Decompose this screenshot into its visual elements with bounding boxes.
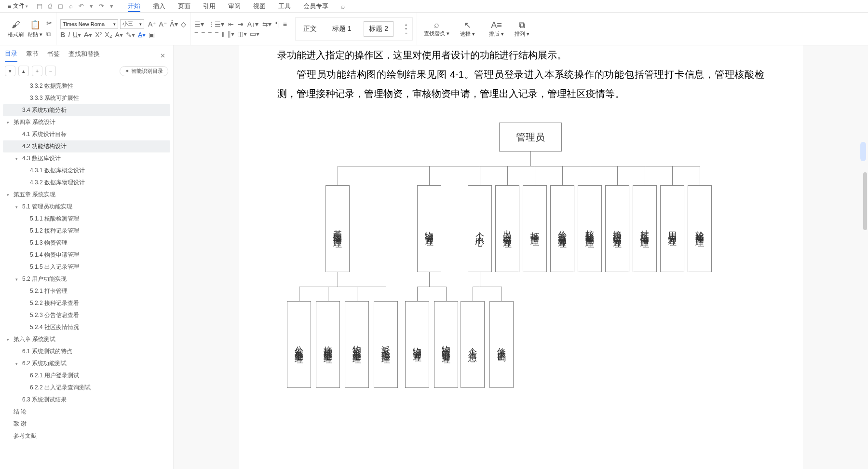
toc-item[interactable]: 5.1.3 物资管理 bbox=[3, 237, 170, 249]
align-center-icon[interactable]: ≡ bbox=[201, 30, 205, 38]
style-h1[interactable]: 标题 1 bbox=[329, 24, 354, 34]
toc-item[interactable]: ▾6.2 系统功能测试 bbox=[3, 358, 170, 370]
underline-icon[interactable]: U▾ bbox=[73, 31, 81, 39]
superscript-icon[interactable]: X² bbox=[95, 31, 102, 39]
toc-item[interactable]: 5.1.1 核酸检测管理 bbox=[3, 213, 170, 225]
distribute-icon[interactable]: ⫿ bbox=[221, 30, 225, 38]
caret-icon[interactable]: ▾ bbox=[110, 2, 113, 10]
highlight-icon[interactable]: ✎▾ bbox=[126, 31, 135, 39]
toc-item[interactable]: ▾5.1 管理员功能实现 bbox=[3, 201, 170, 213]
toc-item[interactable]: 参考文献 bbox=[3, 430, 170, 442]
indent-icon[interactable]: ⇥ bbox=[238, 20, 244, 28]
scrollbar-thumb[interactable] bbox=[863, 172, 867, 230]
toc-item[interactable]: 5.2.2 接种记录查看 bbox=[3, 297, 170, 309]
tab-member[interactable]: 会员专享 bbox=[303, 1, 328, 12]
toc-item[interactable]: 3.3.2 数据完整性 bbox=[3, 80, 170, 92]
tab-page[interactable]: 页面 bbox=[178, 1, 190, 12]
format-painter-button[interactable]: 🖌格式刷 bbox=[8, 20, 24, 38]
align-right-icon[interactable]: ≡ bbox=[208, 30, 212, 38]
numbering-icon[interactable]: ⋮☰▾ bbox=[208, 20, 224, 28]
toc-list[interactable]: 3.3.2 数据完整性3.3.3 系统可扩展性3.4 系统功能分析▾第四章 系统… bbox=[0, 80, 173, 469]
undo-icon[interactable]: ↶ bbox=[79, 2, 84, 10]
toc-item[interactable]: 致 谢 bbox=[3, 418, 170, 430]
caret-icon[interactable]: ▾ bbox=[90, 2, 93, 10]
find-replace-button[interactable]: ⌕查找替换 ▾ bbox=[421, 20, 452, 38]
toc-item[interactable]: 4.3.1 数据库概念设计 bbox=[3, 165, 170, 177]
shrink-font-icon[interactable]: A⁻ bbox=[159, 20, 166, 28]
outdent-icon[interactable]: ⇤ bbox=[228, 20, 234, 28]
layout-button[interactable]: A≡排版 ▾ bbox=[486, 20, 507, 38]
toc-item[interactable]: 6.2.1 用户登录测试 bbox=[3, 370, 170, 382]
select-button[interactable]: ↖选择 ▾ bbox=[457, 20, 478, 38]
align-left-icon[interactable]: ≡ bbox=[194, 30, 198, 38]
style-gallery-more[interactable]: ▴▾≡ bbox=[405, 22, 407, 35]
preview-icon[interactable]: ◻ bbox=[58, 2, 63, 10]
italic-icon[interactable]: I bbox=[68, 31, 70, 39]
document-area[interactable]: 录功能进入指定的操作区，这里对使用者设计的功能进行结构展示。 管理员功能结构图的… bbox=[174, 45, 868, 469]
toc-item[interactable]: ▾5.2 用户功能实现 bbox=[3, 273, 170, 285]
toc-item[interactable]: 5.1.2 接种记录管理 bbox=[3, 225, 170, 237]
style-body[interactable]: 正文 bbox=[300, 24, 320, 34]
sidebar-tab-find[interactable]: 查找和替换 bbox=[68, 50, 100, 61]
style-h2[interactable]: 标题 2 bbox=[364, 21, 393, 37]
text-effect-icon[interactable]: A▾ bbox=[115, 31, 123, 39]
sidebar-tab-toc[interactable]: 目录 bbox=[5, 49, 17, 62]
file-menu[interactable]: ≡ 文件 ▾ bbox=[5, 1, 31, 11]
toc-item[interactable]: 5.1.4 物资申请管理 bbox=[3, 249, 170, 261]
tab-reference[interactable]: 引用 bbox=[203, 1, 216, 12]
tabs-icon[interactable]: ⇆▾ bbox=[262, 20, 271, 28]
toc-item[interactable]: ▾第五章 系统实现 bbox=[3, 189, 170, 201]
sort-icon[interactable]: A↓▾ bbox=[247, 20, 258, 28]
save-icon[interactable]: ▤ bbox=[37, 2, 42, 10]
strike-icon[interactable]: A̶▾ bbox=[84, 31, 92, 39]
fill-icon[interactable]: ◫▾ bbox=[237, 30, 247, 38]
vertical-scrollbar[interactable] bbox=[862, 45, 867, 469]
copy-icon[interactable]: ⧉ bbox=[46, 30, 52, 38]
toc-item[interactable]: 3.3.3 系统可扩展性 bbox=[3, 92, 170, 104]
toc-item[interactable]: ▾4.3 数据库设计 bbox=[3, 152, 170, 165]
toc-item[interactable]: 5.2.4 社区疫情情况 bbox=[3, 321, 170, 333]
smart-toc-button[interactable]: ✦智能识别目录 bbox=[120, 66, 168, 76]
tab-view[interactable]: 视图 bbox=[253, 1, 266, 12]
tab-start[interactable]: 开始 bbox=[128, 0, 140, 12]
remove-icon[interactable]: − bbox=[45, 66, 56, 76]
tab-tools[interactable]: 工具 bbox=[278, 1, 291, 12]
align-justify-icon[interactable]: ≡ bbox=[215, 30, 218, 38]
side-handle[interactable] bbox=[860, 142, 866, 161]
toc-item[interactable]: 6.1 系统测试的特点 bbox=[3, 345, 170, 358]
font-size-select[interactable]: 小三▾ bbox=[120, 19, 144, 29]
show-marks-icon[interactable]: ¶ bbox=[275, 20, 279, 28]
print-icon[interactable]: ⎙ bbox=[48, 2, 52, 10]
toc-item[interactable]: 5.1.5 出入记录管理 bbox=[3, 261, 170, 273]
change-case-icon[interactable]: Ǎ▾ bbox=[170, 20, 178, 28]
font-color-icon[interactable]: A▾ bbox=[138, 31, 146, 39]
subscript-icon[interactable]: X₂ bbox=[105, 31, 112, 39]
paste-button[interactable]: 📋粘贴 ▾ bbox=[27, 19, 42, 38]
toc-item[interactable]: 结 论 bbox=[3, 406, 170, 418]
line-spacing-icon[interactable]: ≡ bbox=[283, 20, 287, 28]
toc-item[interactable]: 4.3.2 数据库物理设计 bbox=[3, 177, 170, 189]
border-icon[interactable]: ▭▾ bbox=[250, 30, 259, 38]
clear-format-icon[interactable]: ◇ bbox=[181, 20, 186, 28]
sidebar-tab-bookmark[interactable]: 书签 bbox=[47, 50, 60, 61]
toc-item[interactable]: 5.2.3 公告信息查看 bbox=[3, 309, 170, 321]
font-name-select[interactable]: Times New Roma▾ bbox=[60, 19, 118, 29]
line-height-icon[interactable]: ‖▾ bbox=[228, 30, 234, 38]
add-icon[interactable]: + bbox=[32, 66, 42, 76]
redo-icon[interactable]: ↷ bbox=[99, 2, 104, 10]
toc-item[interactable]: 6.2.2 出入记录查询测试 bbox=[3, 382, 170, 394]
toc-item[interactable]: ▾第四章 系统设计 bbox=[3, 116, 170, 128]
search-icon[interactable]: ⌕ bbox=[341, 2, 345, 10]
cut-icon[interactable]: ✂ bbox=[46, 19, 52, 27]
sidebar-close-icon[interactable]: ✕ bbox=[160, 52, 165, 59]
tab-insert[interactable]: 插入 bbox=[153, 1, 165, 12]
collapse-icon[interactable]: ▾ bbox=[5, 66, 15, 76]
sidebar-tab-chapter[interactable]: 章节 bbox=[26, 50, 39, 61]
toc-item[interactable]: 3.4 系统功能分析 bbox=[3, 104, 170, 116]
toc-item[interactable]: 6.3 系统测试结果 bbox=[3, 394, 170, 406]
toc-item[interactable]: ▾第六章 系统测试 bbox=[3, 333, 170, 345]
toc-item[interactable]: 4.2 功能结构设计 bbox=[3, 140, 170, 152]
arrange-button[interactable]: ⧉排列 ▾ bbox=[512, 20, 532, 38]
grow-font-icon[interactable]: A⁺ bbox=[148, 20, 156, 28]
expand-icon[interactable]: ▴ bbox=[18, 66, 29, 76]
